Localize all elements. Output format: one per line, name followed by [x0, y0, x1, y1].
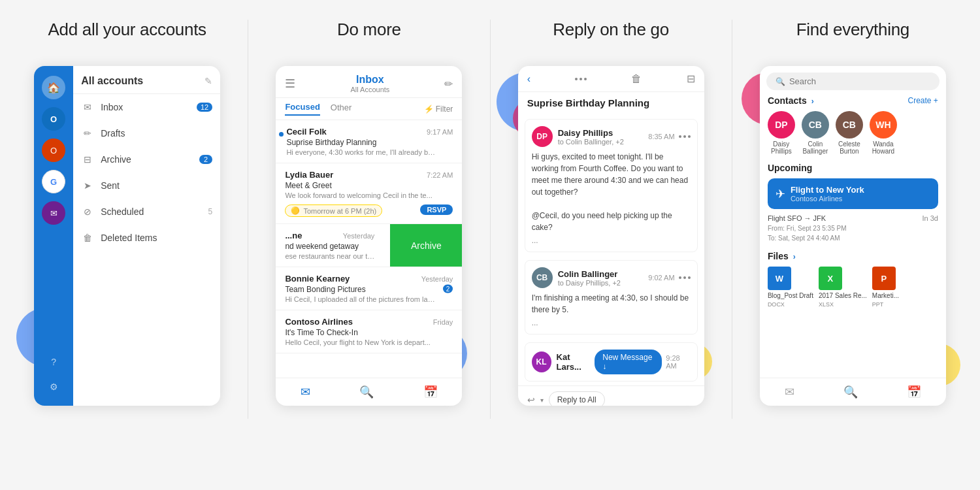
- contact-celeste-avatar[interactable]: CB: [836, 111, 863, 139]
- feature-col-1: Add all your accounts 🏠 O O G ✉ ? ⚙: [7, 20, 248, 419]
- filter-button[interactable]: ⚡ Filter: [424, 105, 453, 114]
- nav-outlook-icon[interactable]: O: [42, 107, 65, 131]
- rsvp-button[interactable]: RSVP: [420, 204, 453, 215]
- new-message-button[interactable]: New Message ↓: [595, 350, 662, 374]
- folder-sent[interactable]: ➤ Sent: [73, 172, 220, 199]
- search-input[interactable]: [789, 76, 930, 86]
- nav-search-icon[interactable]: 🔍: [359, 385, 374, 399]
- contact-colin-avatar[interactable]: CB: [802, 111, 829, 139]
- file-ppt-icon: P: [872, 267, 896, 290]
- feature-col-2: Do more ☰ Inbox All Accounts ✏ Focused: [248, 20, 489, 419]
- settings-icon[interactable]: ⚙: [44, 378, 63, 396]
- nav-google-icon[interactable]: G: [42, 170, 65, 193]
- col3-title: Reply on the go: [553, 20, 669, 40]
- file-ppt[interactable]: P Marketi... PPT: [872, 267, 899, 308]
- msg-3-name: Kat Lars...: [557, 352, 595, 372]
- contacts-header: Contacts › Create +: [768, 95, 938, 106]
- archive-detail-icon[interactable]: ⊟: [687, 73, 695, 85]
- folder-archive[interactable]: ⊟ Archive 2: [73, 146, 220, 172]
- tab-other[interactable]: Other: [331, 103, 352, 115]
- event-time: Tomorrow at 6 PM (2h): [303, 207, 376, 215]
- email-item-1[interactable]: Cecil Folk 9:17 AM Suprise Birthday Plan…: [276, 120, 462, 163]
- help-icon[interactable]: ?: [44, 353, 63, 371]
- file-xlsx[interactable]: X 2017 Sales Re... XLSX: [819, 267, 867, 308]
- contact-wanda-avatar[interactable]: WH: [870, 111, 897, 139]
- nav-calendar-icon-4[interactable]: 📅: [907, 385, 921, 399]
- archive-icon: ⊟: [81, 153, 94, 166]
- folder-drafts-label: Drafts: [101, 128, 212, 139]
- more-options[interactable]: [575, 78, 587, 80]
- reply-all-button[interactable]: Reply to All: [549, 391, 605, 406]
- archive-swipe[interactable]: Archive: [390, 224, 462, 267]
- nav-home-icon[interactable]: 🏠: [42, 76, 65, 99]
- files-section: Files › W Blog_Post Draft DOCX X 2017 Sa…: [760, 247, 946, 312]
- create-contact-button[interactable]: Create +: [908, 96, 938, 105]
- tab-focused[interactable]: Focused: [285, 102, 319, 116]
- msg-1-more[interactable]: [679, 135, 691, 138]
- file-ppt-type: PPT: [872, 301, 899, 308]
- inbox-icon: ✉: [81, 101, 94, 114]
- folder-inbox-label: Inbox: [101, 102, 190, 112]
- upcoming-header: Upcoming: [768, 163, 938, 173]
- flight-card[interactable]: ✈ Flight to New York Contoso Airlines: [768, 178, 938, 209]
- email-3-sender: ...ne: [285, 231, 302, 240]
- msg-1-sender-row: DP Daisy Phillips to Colin Ballinger, +2: [532, 126, 624, 147]
- col2-phone-wrapper: ☰ Inbox All Accounts ✏ Focused Other ⚡ F…: [265, 53, 474, 419]
- folder-scheduled[interactable]: ⊘ Scheduled 5: [73, 199, 220, 225]
- folder-inbox[interactable]: ✉ Inbox 12: [73, 94, 220, 120]
- msg-2-time: 9:02 AM: [648, 274, 674, 282]
- email-item-5[interactable]: Contoso Airlines Friday It's Time To Che…: [276, 310, 462, 353]
- email-5-time: Friday: [433, 318, 453, 326]
- nav-calendar-icon[interactable]: 📅: [423, 385, 438, 399]
- files-header: Files ›: [768, 251, 938, 261]
- email-item-4[interactable]: Bonnie Kearney Yesterday Team Bonding Pi…: [276, 267, 462, 310]
- email-3-header: ...ne Yesterday: [285, 231, 374, 240]
- msg-2-info: Colin Ballinger to Daisy Phillips, +2: [558, 269, 621, 287]
- files-title-text: Files: [768, 251, 789, 261]
- flight-to-label: To: Sat, Sept 24 4:40 AM: [768, 235, 840, 242]
- msg-3-time: 9:28 AM: [666, 354, 690, 370]
- folder-drafts[interactable]: ✏ Drafts: [73, 120, 220, 146]
- msg-2-more[interactable]: [679, 276, 691, 279]
- contact-daisy-avatar[interactable]: DP: [768, 111, 795, 139]
- msg-2-name: Colin Ballinger: [558, 269, 621, 279]
- contacts-title-text: Contacts: [768, 95, 807, 106]
- back-icon[interactable]: ‹: [527, 73, 531, 85]
- edit-icon[interactable]: ✎: [204, 76, 212, 86]
- compose-icon[interactable]: ✏: [444, 78, 453, 90]
- folder-deleted-label: Deleted Items: [101, 233, 212, 243]
- trash-icon[interactable]: 🗑: [631, 73, 642, 85]
- folder-archive-label: Archive: [101, 154, 193, 165]
- nav-office-icon[interactable]: O: [42, 139, 65, 162]
- reply-icon[interactable]: ↩: [527, 395, 535, 405]
- nav-mail-icon-4[interactable]: ✉: [785, 385, 794, 399]
- nav-search-icon-4[interactable]: 🔍: [843, 385, 858, 399]
- tabs-row: Focused Other ⚡ Filter: [276, 98, 462, 120]
- file-word-icon: W: [768, 267, 791, 290]
- msg-card-1: DP Daisy Phillips to Colin Ballinger, +2…: [525, 119, 698, 252]
- email-item-3[interactable]: ...ne Yesterday nd weekend getaway ese r…: [276, 224, 462, 267]
- nav-mail-icon[interactable]: ✉: [301, 385, 310, 399]
- col3-header: ‹ 🗑 ⊟: [518, 66, 704, 92]
- email-item-2[interactable]: Lydia Bauer 7:22 AM Meet & Greet We look…: [276, 163, 462, 224]
- msg-2-header: CB Colin Ballinger to Daisy Phillips, +2…: [532, 267, 691, 288]
- menu-icon[interactable]: ☰: [285, 76, 295, 91]
- event-pill: 🟡 Tomorrow at 6 PM (2h): [285, 204, 382, 217]
- msg-3-info: Kat Lars...: [557, 352, 595, 372]
- msg-3-sender-row: KL Kat Lars...: [532, 351, 595, 372]
- email-2-time: 7:22 AM: [427, 171, 453, 179]
- contact-wanda: WH WandaHoward: [870, 111, 897, 155]
- email-1-header: Cecil Folk 9:17 AM: [286, 127, 453, 137]
- contacts-row: DP DaisyPhillips CB ColinBallinger CB Ce…: [768, 111, 938, 155]
- contact-colin-name: ColinBallinger: [802, 140, 828, 155]
- feature-col-3: Reply on the go ‹ 🗑 ⊟ Suprise Birthday P…: [490, 20, 732, 419]
- email-4-subject: Team Bonding Pictures: [285, 285, 453, 294]
- reply-chevron[interactable]: ▾: [540, 397, 544, 404]
- archive-label: Archive: [411, 240, 442, 251]
- nav-email-icon[interactable]: ✉: [42, 201, 65, 225]
- contact-celeste-name: CelesteBurton: [838, 140, 860, 155]
- file-docx[interactable]: W Blog_Post Draft DOCX: [768, 267, 813, 308]
- folder-deleted[interactable]: 🗑 Deleted Items: [73, 225, 220, 251]
- msg-card-3: KL Kat Lars... New Message ↓ 9:28 AM: [525, 342, 698, 382]
- contact-celeste: CB CelesteBurton: [836, 111, 863, 155]
